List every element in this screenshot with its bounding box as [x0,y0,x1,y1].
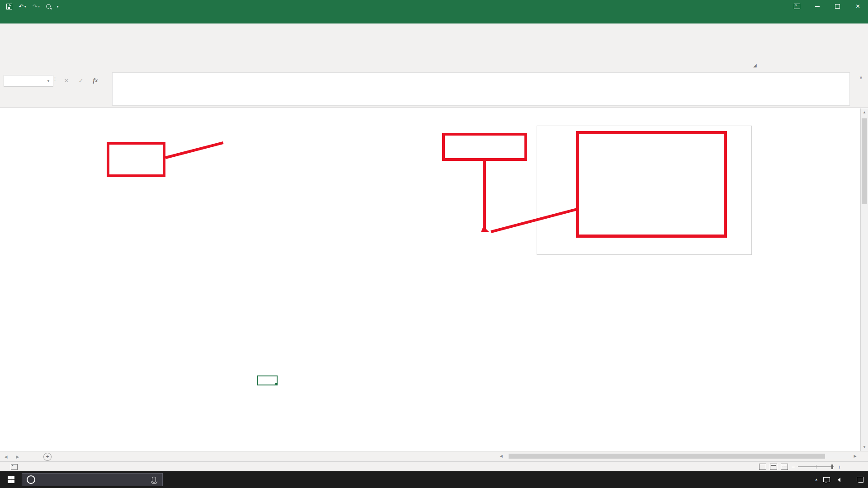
status-bar: − + [0,461,868,472]
name-box[interactable]: ▼ [4,75,53,87]
windows-taskbar: ∧ [0,471,868,488]
start-button[interactable] [0,471,22,488]
scroll-down-icon[interactable]: ▼ [861,443,868,451]
ribbon-tabs [0,13,868,23]
plan-dialog-launcher-icon[interactable]: ◢ [753,63,759,69]
quick-access-toolbar: ↶▾ ↷▾ ▾ [0,4,142,9]
zoom-out-icon[interactable]: − [792,464,795,470]
insert-function-icon[interactable]: fx [89,75,102,86]
save-icon[interactable] [6,4,12,9]
scroll-up-icon[interactable]: ▲ [861,108,868,116]
page-break-view-icon[interactable] [781,464,788,470]
tray-chevron-icon[interactable]: ∧ [815,478,818,482]
windows-logo-icon [8,476,14,483]
undo-icon[interactable]: ↶▾ [19,4,26,9]
formula-bar: ▼ ⋮ ✕ ✓ fx ∨ [0,71,868,108]
confirm-entry-icon: ✓ [74,75,88,86]
name-box-caret-icon[interactable]: ▼ [47,79,53,83]
zoom-in-icon[interactable]: + [837,464,841,470]
taskbar-search[interactable] [22,473,163,486]
annotation-box-valeurs [442,133,527,161]
vertical-scroll-thumb[interactable] [862,118,867,204]
volume-tray-icon[interactable] [835,478,840,482]
restore-button[interactable] [827,0,848,13]
print-preview-icon[interactable] [46,4,51,9]
sheet-nav-right-icon[interactable]: ▶ [12,451,24,462]
horizontal-scrollbar[interactable]: ◀ ▶ [497,452,859,460]
redo-icon: ↷▾ [32,4,39,9]
sheet-nav-left-icon[interactable]: ◀ [0,451,12,462]
title-bar: ↶▾ ↷▾ ▾ ✕ [0,0,868,13]
annotation-line-2 [483,158,486,231]
add-sheet-button[interactable]: + [43,453,52,461]
formula-bar-expand-icon[interactable]: ∨ [859,75,863,80]
annotation-box-pivot-dates [107,142,165,177]
ribbon-display-options-icon[interactable] [787,0,807,13]
cancel-entry-icon: ✕ [60,75,73,86]
formula-bar-separator: ⋮ [52,76,58,82]
zoom-slider[interactable] [798,466,834,467]
normal-view-icon[interactable] [759,464,766,470]
display-tray-icon[interactable] [823,477,830,482]
cortana-icon [27,475,35,484]
notification-center-icon[interactable] [857,477,863,483]
selected-cell-outline[interactable] [257,375,278,385]
close-button[interactable]: ✕ [848,0,868,13]
microphone-icon[interactable] [152,477,156,483]
horizontal-scroll-thumb[interactable] [509,454,825,459]
macro-record-icon[interactable] [11,464,18,470]
page-layout-view-icon[interactable] [770,464,777,470]
ribbon [0,23,868,72]
vertical-scrollbar[interactable]: ▲ ▼ [860,108,868,451]
scroll-left-icon[interactable]: ◀ [497,454,505,458]
minimize-button[interactable] [807,0,827,13]
customize-qat-icon[interactable]: ▾ [57,5,59,8]
system-tray: ∧ [815,471,868,488]
annotation-box-chart [576,131,727,238]
scroll-right-icon[interactable]: ▶ [851,454,859,458]
formula-input[interactable] [112,72,850,106]
